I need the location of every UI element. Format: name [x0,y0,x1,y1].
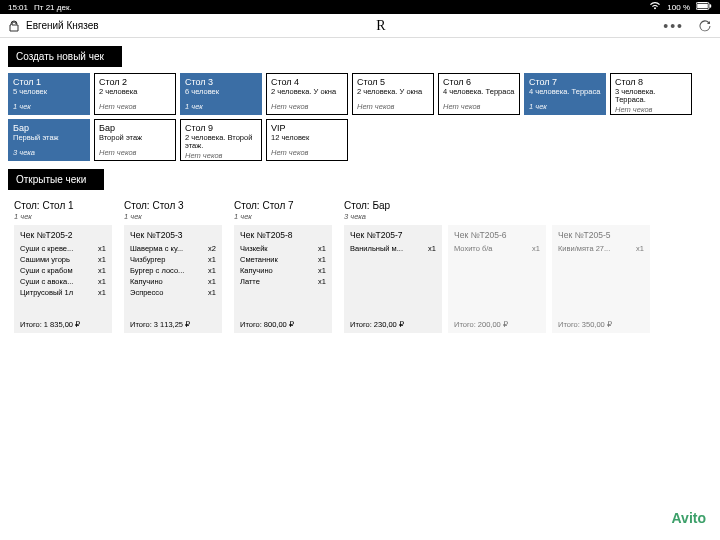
table-name: VIP [271,123,343,133]
topbar: Евгений Князев R ••• [0,14,720,38]
check-total: Итого: 200,00 ₽ [454,320,540,329]
check-title: Чек №T205-6 [454,230,540,240]
svg-rect-1 [697,4,708,9]
check-items: Чизкейкx1Сметанникx1Капучиноx1Латтеx1 [240,244,326,314]
check-card[interactable]: Чек №T205-6Мохито б/аx1Итого: 200,00 ₽ [448,225,546,333]
table-sub: Нет чеков [99,148,171,157]
check-item: Цитрусовый 1лx1 [20,288,106,297]
check-item-qty: x1 [208,277,216,286]
check-group-title: Стол: Стол 7 [234,200,332,211]
check-group-title: Стол: Бар [344,200,650,211]
user-name[interactable]: Евгений Князев [26,20,99,31]
check-item-name: Суши с авока... [20,277,94,286]
check-item: Шаверма с ку...x2 [130,244,216,253]
check-item: Чизкейкx1 [240,244,326,253]
table-desc: 5 человек [13,88,85,96]
check-group-head: Стол: Стол 31 чек [124,200,222,221]
check-item-name: Чизкейк [240,244,314,253]
check-title: Чек №T205-8 [240,230,326,240]
check-card[interactable]: Чек №T205-3Шаверма с ку...x2Чизбургерx1Б… [124,225,222,333]
check-item-name: Чизбургер [130,255,204,264]
check-total: Итого: 350,00 ₽ [558,320,644,329]
check-total: Итого: 3 113,25 ₽ [130,320,216,329]
refresh-icon[interactable] [698,19,712,33]
check-item-name: Шаверма с ку... [130,244,204,253]
table-name: Стол 6 [443,77,515,87]
check-items: Мохито б/аx1 [454,244,540,314]
lock-icon[interactable] [8,20,20,32]
check-items: Шаверма с ку...x2Чизбургерx1Бургер с лос… [130,244,216,314]
check-item: Капучиноx1 [130,277,216,286]
checks-row: Чек №T205-2Суши с креве...x1Сашими угорь… [14,225,112,333]
check-group-title: Стол: Стол 1 [14,200,112,211]
check-item-qty: x1 [98,288,106,297]
check-item: Капучиноx1 [240,266,326,275]
table-sub: Нет чеков [357,102,429,111]
check-group: Стол: Стол 31 чекЧек №T205-3Шаверма с ку… [124,200,222,333]
check-card[interactable]: Чек №T205-8Чизкейкx1Сметанникx1Капучиноx… [234,225,332,333]
section-header-new-check: Создать новый чек [8,46,122,67]
check-group: Стол: Бар3 чекаЧек №T205-7Ванильный м...… [344,200,650,333]
check-item: Сашими угорьx1 [20,255,106,264]
table-card[interactable]: Стол 64 человека. ТеррасаНет чеков [438,73,520,115]
battery-text: 100 % [667,3,690,12]
table-card[interactable]: БарПервый этаж3 чека [8,119,90,161]
check-card[interactable]: Чек №T205-5Киви/мята 27...x1Итого: 350,0… [552,225,650,333]
app-logo: R [376,18,385,34]
table-name: Стол 8 [615,77,687,87]
table-desc: 4 человека. Терраса [443,88,515,96]
table-desc: 6 человек [185,88,257,96]
check-item: Ванильный м...x1 [350,244,436,253]
section-header-open-checks: Открытые чеки [8,169,104,190]
check-item-qty: x1 [318,277,326,286]
check-item: Суши с креве...x1 [20,244,106,253]
check-item: Латтеx1 [240,277,326,286]
table-card[interactable]: Стол 74 человека. Терраса1 чек [524,73,606,115]
check-group-sub: 3 чека [344,212,650,221]
check-item-qty: x1 [532,244,540,253]
table-name: Стол 1 [13,77,85,87]
table-desc: 3 человека. Терраса. [615,88,687,105]
check-item-name: Бургер с лосо... [130,266,204,275]
table-card[interactable]: VIP12 человекНет чеков [266,119,348,161]
check-item-qty: x1 [208,288,216,297]
check-item-name: Мохито б/а [454,244,528,253]
table-desc: 12 человек [271,134,343,142]
check-item-name: Капучино [240,266,314,275]
table-card[interactable]: Стол 15 человек1 чек [8,73,90,115]
check-item-qty: x1 [98,277,106,286]
table-card[interactable]: Стол 36 человек1 чек [180,73,262,115]
table-card[interactable]: Стол 52 человека. У окнаНет чеков [352,73,434,115]
battery-icon [696,2,712,12]
check-item-qty: x1 [318,244,326,253]
table-card[interactable]: Стол 83 человека. Терраса.Нет чеков [610,73,692,115]
check-item-qty: x1 [318,266,326,275]
status-bar: 15:01 Пт 21 дек. 100 % [0,0,720,14]
more-icon[interactable]: ••• [663,18,684,34]
check-group-head: Стол: Стол 11 чек [14,200,112,221]
check-item-qty: x1 [98,255,106,264]
table-name: Стол 3 [185,77,257,87]
table-card[interactable]: Стол 42 человека. У окнаНет чеков [266,73,348,115]
table-desc: 2 человека. У окна [271,88,343,96]
check-item: Эспрессоx1 [130,288,216,297]
check-title: Чек №T205-7 [350,230,436,240]
check-title: Чек №T205-2 [20,230,106,240]
check-item-qty: x1 [208,255,216,264]
open-checks: Стол: Стол 11 чекЧек №T205-2Суши с креве… [0,196,720,333]
table-desc: Второй этаж [99,134,171,142]
check-item-qty: x1 [636,244,644,253]
check-item: Сметанникx1 [240,255,326,264]
check-group-sub: 1 чек [124,212,222,221]
check-items: Киви/мята 27...x1 [558,244,644,314]
table-name: Бар [99,123,171,133]
check-total: Итого: 800,00 ₽ [240,320,326,329]
check-item: Суши с авока...x1 [20,277,106,286]
check-card[interactable]: Чек №T205-2Суши с креве...x1Сашими угорь… [14,225,112,333]
table-card[interactable]: Стол 22 человекаНет чеков [94,73,176,115]
table-card[interactable]: БарВторой этажНет чеков [94,119,176,161]
check-card[interactable]: Чек №T205-7Ванильный м...x1Итого: 230,00… [344,225,442,333]
check-group-head: Стол: Бар3 чека [344,200,650,221]
table-card[interactable]: Стол 92 человека. Второй этаж.Нет чеков [180,119,262,161]
check-title: Чек №T205-3 [130,230,216,240]
